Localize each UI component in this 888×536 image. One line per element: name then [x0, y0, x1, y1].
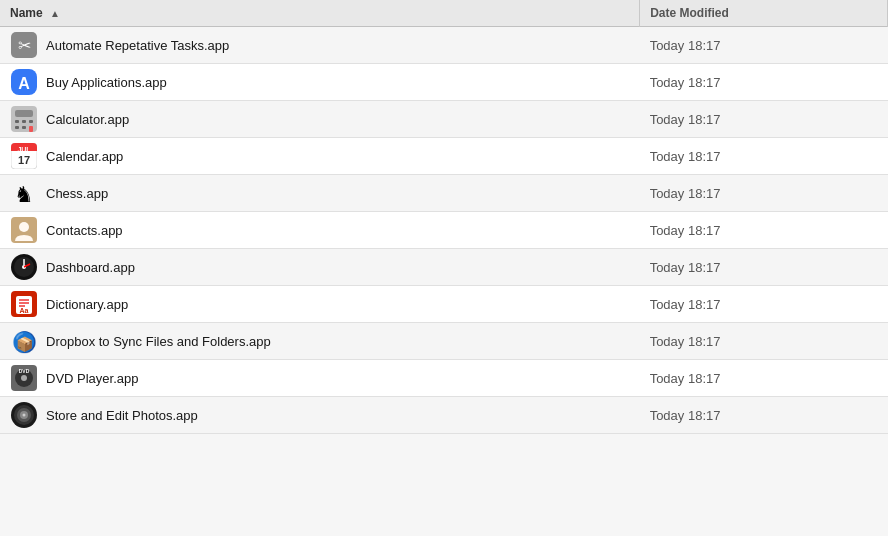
- table-row[interactable]: DVDDVD Player.appToday 18:17: [0, 360, 888, 397]
- table-row[interactable]: 🔵📦Dropbox to Sync Files and Folders.appT…: [0, 323, 888, 360]
- svg-point-41: [23, 414, 26, 417]
- dropbox-icon: 🔵📦: [10, 327, 38, 355]
- svg-rect-11: [29, 126, 33, 132]
- calendar-icon: 17JUL: [10, 142, 38, 170]
- date-column-header[interactable]: Date Modified: [640, 0, 888, 27]
- chess-icon: ♞: [10, 179, 38, 207]
- svg-text:A: A: [18, 75, 30, 92]
- date-modified-cell: Today 18:17: [640, 249, 888, 286]
- date-modified-cell: Today 18:17: [640, 323, 888, 360]
- date-modified-cell: Today 18:17: [640, 360, 888, 397]
- date-modified-cell: Today 18:17: [640, 175, 888, 212]
- date-modified-cell: Today 18:17: [640, 138, 888, 175]
- table-row[interactable]: Calculator.appToday 18:17: [0, 101, 888, 138]
- date-modified-cell: Today 18:17: [640, 64, 888, 101]
- app-name-label: Dropbox to Sync Files and Folders.app: [46, 334, 271, 349]
- calculator-icon: [10, 105, 38, 133]
- svg-text:Aa: Aa: [20, 307, 29, 314]
- svg-text:17: 17: [18, 154, 30, 166]
- name-cell: ♞Chess.app: [0, 175, 640, 212]
- app-name-label: Contacts.app: [46, 223, 123, 238]
- table-row[interactable]: ♞Chess.appToday 18:17: [0, 175, 888, 212]
- app-name-label: Calculator.app: [46, 112, 129, 127]
- svg-text:♞: ♞: [14, 182, 34, 206]
- dashboard-icon: [10, 253, 38, 281]
- table-row[interactable]: Store and Edit Photos.appToday 18:17: [0, 397, 888, 434]
- svg-rect-7: [22, 120, 26, 123]
- svg-rect-10: [22, 126, 26, 129]
- name-cell: Dashboard.app: [0, 249, 640, 286]
- app-name-label: Dashboard.app: [46, 260, 135, 275]
- name-cell: ✂Automate Repetative Tasks.app: [0, 27, 640, 64]
- name-cell: ABuy Applications.app: [0, 64, 640, 101]
- table-row[interactable]: 17JULCalendar.appToday 18:17: [0, 138, 888, 175]
- svg-text:DVD: DVD: [19, 368, 30, 374]
- app-name-label: Calendar.app: [46, 149, 123, 164]
- date-modified-cell: Today 18:17: [640, 397, 888, 434]
- contacts-icon: [10, 216, 38, 244]
- sort-arrow-icon: ▲: [50, 8, 60, 19]
- svg-rect-5: [15, 110, 33, 117]
- date-modified-cell: Today 18:17: [640, 212, 888, 249]
- name-cell: 🔵📦Dropbox to Sync Files and Folders.app: [0, 323, 640, 360]
- svg-text:📦: 📦: [16, 336, 34, 353]
- dvd-player-icon: DVD: [10, 364, 38, 392]
- name-cell: Calculator.app: [0, 101, 640, 138]
- table-header: Name ▲ Date Modified: [0, 0, 888, 27]
- finder-file-list: Name ▲ Date Modified ✂Automate Repetativ…: [0, 0, 888, 434]
- date-modified-cell: Today 18:17: [640, 286, 888, 323]
- name-cell: 17JULCalendar.app: [0, 138, 640, 175]
- table-row[interactable]: ✂Automate Repetative Tasks.appToday 18:1…: [0, 27, 888, 64]
- app-name-label: Chess.app: [46, 186, 108, 201]
- table-row[interactable]: Dashboard.appToday 18:17: [0, 249, 888, 286]
- svg-rect-6: [15, 120, 19, 123]
- svg-text:JUL: JUL: [17, 146, 31, 153]
- table-row[interactable]: AaDictionary.appToday 18:17: [0, 286, 888, 323]
- svg-point-35: [21, 375, 27, 381]
- name-cell: DVDDVD Player.app: [0, 360, 640, 397]
- date-modified-cell: Today 18:17: [640, 27, 888, 64]
- table-row[interactable]: ABuy Applications.appToday 18:17: [0, 64, 888, 101]
- svg-text:✂: ✂: [18, 37, 31, 54]
- svg-point-19: [19, 222, 29, 232]
- name-cell: AaDictionary.app: [0, 286, 640, 323]
- buy-applications-icon: A: [10, 68, 38, 96]
- name-column-header[interactable]: Name ▲: [0, 0, 640, 27]
- dictionary-icon: Aa: [10, 290, 38, 318]
- svg-rect-9: [15, 126, 19, 129]
- date-modified-cell: Today 18:17: [640, 101, 888, 138]
- file-rows-body: ✂Automate Repetative Tasks.appToday 18:1…: [0, 27, 888, 434]
- automate-icon: ✂: [10, 31, 38, 59]
- table-row[interactable]: Contacts.appToday 18:17: [0, 212, 888, 249]
- date-column-label: Date Modified: [650, 6, 729, 20]
- svg-rect-8: [29, 120, 33, 123]
- name-cell: Store and Edit Photos.app: [0, 397, 640, 434]
- app-name-label: Automate Repetative Tasks.app: [46, 38, 229, 53]
- photos-icon: [10, 401, 38, 429]
- name-cell: Contacts.app: [0, 212, 640, 249]
- app-name-label: Store and Edit Photos.app: [46, 408, 198, 423]
- app-name-label: Buy Applications.app: [46, 75, 167, 90]
- app-name-label: DVD Player.app: [46, 371, 139, 386]
- name-column-label: Name: [10, 6, 43, 20]
- app-name-label: Dictionary.app: [46, 297, 128, 312]
